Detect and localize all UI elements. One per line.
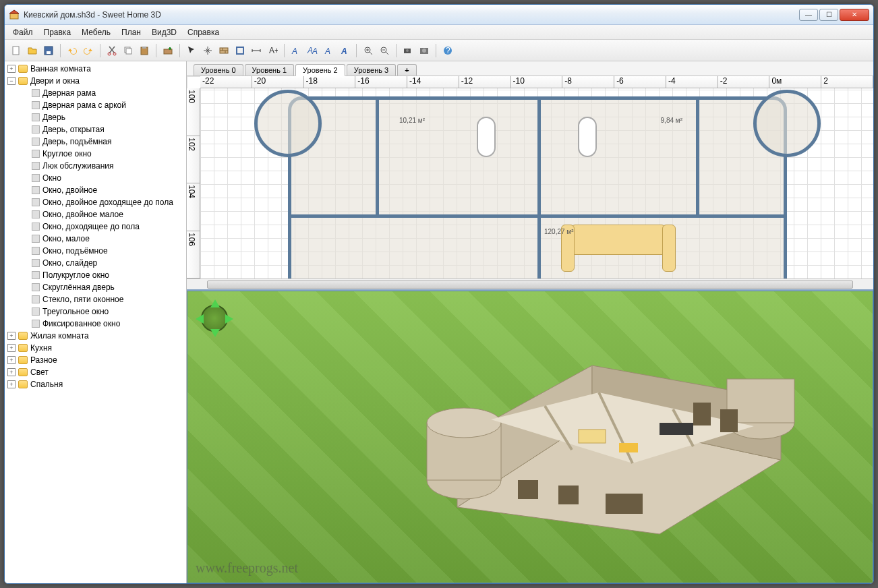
menu-furniture[interactable]: Мебель <box>76 26 116 38</box>
level-tab-add[interactable]: + <box>397 64 416 76</box>
camera-icon[interactable] <box>401 43 415 58</box>
catalog-item[interactable]: Треугольное окно <box>5 305 186 318</box>
catalog-folder[interactable]: +Разное <box>5 354 186 366</box>
furniture-icon <box>32 235 40 243</box>
plan-scrollbar[interactable] <box>187 278 873 289</box>
level-tab-2[interactable]: Уровень 2 <box>295 64 345 76</box>
catalog-item[interactable]: Окно, доходящее до пола <box>5 220 186 233</box>
catalog-item[interactable]: Окно, слайдер <box>5 257 186 269</box>
nav-left-icon[interactable] <box>196 314 204 324</box>
add-furniture-icon[interactable] <box>160 43 175 58</box>
pan-icon[interactable] <box>200 43 215 58</box>
ruler-tick: -4 <box>666 76 718 88</box>
item-label: Полукруглое окно <box>42 270 109 280</box>
nav-down-icon[interactable] <box>210 329 220 337</box>
catalog-item[interactable]: Окно, двойное <box>5 184 186 196</box>
folder-icon <box>18 344 28 352</box>
catalog-item[interactable]: Окно, подъёмное <box>5 245 186 257</box>
close-button[interactable]: ✕ <box>840 9 869 21</box>
text-size-inc-icon[interactable]: A <box>289 43 303 58</box>
furniture-catalog[interactable]: +Ванная комната−Двери и окнаДверная рама… <box>5 61 187 583</box>
minimize-button[interactable]: — <box>799 9 818 21</box>
zoom-in-icon[interactable] <box>361 43 376 58</box>
menu-file[interactable]: Файл <box>7 26 38 38</box>
catalog-item[interactable]: Люк обслуживания <box>5 160 186 172</box>
house-3d <box>376 305 808 548</box>
svg-rect-10 <box>142 47 146 49</box>
text-bold-icon[interactable]: A <box>337 43 352 58</box>
level-tab-3[interactable]: Уровень 3 <box>347 64 397 76</box>
level-tab-1[interactable]: Уровень 1 <box>245 64 295 76</box>
catalog-item[interactable]: Дверь, открытая <box>5 123 186 136</box>
catalog-item[interactable]: Окно, двойное малое <box>5 208 186 220</box>
catalog-item[interactable]: Окно <box>5 172 186 184</box>
furniture-icon <box>32 320 40 328</box>
tree-toggle-icon[interactable]: + <box>7 332 16 340</box>
catalog-folder[interactable]: +Кухня <box>5 342 186 354</box>
tree-toggle-icon[interactable]: + <box>7 65 16 73</box>
tree-toggle-icon[interactable]: + <box>7 344 16 352</box>
tree-toggle-icon[interactable]: + <box>7 368 16 376</box>
toolbar-separator <box>436 44 436 57</box>
floorplan[interactable]: 10,21 м² 120,27 м² 9,84 м² <box>288 96 787 278</box>
catalog-item[interactable]: Скруглённая дверь <box>5 281 186 293</box>
snapshot-icon[interactable] <box>417 43 432 58</box>
text-italic-icon[interactable]: A <box>321 43 336 58</box>
copy-icon[interactable] <box>121 43 136 58</box>
catalog-folder[interactable]: −Двери и окна <box>5 75 186 87</box>
paste-icon[interactable] <box>137 43 152 58</box>
catalog-item[interactable]: Окно, двойное доходящее до пола <box>5 196 186 208</box>
wall-icon[interactable] <box>216 43 231 58</box>
menu-plan[interactable]: План <box>116 26 146 38</box>
view3d-panel[interactable]: www.freeprogs.net <box>187 291 873 583</box>
item-label: Дверь, открытая <box>42 125 105 134</box>
catalog-item[interactable]: Дверная рама <box>5 87 186 99</box>
maximize-button[interactable]: ☐ <box>819 9 838 21</box>
catalog-item[interactable]: Полукруглое окно <box>5 269 186 281</box>
menu-edit[interactable]: Правка <box>38 26 77 38</box>
cut-icon[interactable] <box>105 43 119 58</box>
catalog-item[interactable]: Дверная рама с аркой <box>5 99 186 111</box>
tree-toggle-icon[interactable]: + <box>7 380 16 388</box>
open-icon[interactable] <box>25 43 40 58</box>
help-icon[interactable]: ? <box>440 43 455 58</box>
catalog-item[interactable]: Стекло, пяти оконное <box>5 293 186 305</box>
zoom-out-icon[interactable] <box>377 43 392 58</box>
catalog-folder[interactable]: +Жилая комната <box>5 330 186 342</box>
furniture-icon <box>32 259 40 267</box>
text-icon[interactable]: A+ <box>265 43 280 58</box>
menu-help[interactable]: Справка <box>182 26 225 38</box>
titlebar[interactable]: Киевский дом.sh3d - Sweet Home 3D — ☐ ✕ <box>5 5 873 25</box>
catalog-folder[interactable]: +Ванная комната <box>5 63 186 75</box>
nav-right-icon[interactable] <box>225 314 233 324</box>
dimension-icon[interactable] <box>249 43 264 58</box>
folder-label: Спальня <box>30 380 63 389</box>
plan-canvas[interactable]: -22-20-18-16-14-12-10-8-6-4-20м2 1001021… <box>187 76 873 278</box>
toolbar-separator <box>156 44 156 57</box>
catalog-item[interactable]: Окно, малое <box>5 233 186 245</box>
svg-rect-42 <box>606 494 643 514</box>
nav-up-icon[interactable] <box>210 299 220 307</box>
catalog-item[interactable]: Фиксированное окно <box>5 318 186 330</box>
catalog-item[interactable]: Круглое окно <box>5 148 186 160</box>
text-size-dec-icon[interactable]: AA <box>305 43 320 58</box>
menu-3dview[interactable]: Вид3D <box>146 26 182 38</box>
select-icon[interactable] <box>184 43 199 58</box>
tree-toggle-icon[interactable]: + <box>7 356 16 364</box>
catalog-item[interactable]: Дверь <box>5 111 186 123</box>
nav-compass <box>196 299 233 337</box>
redo-icon[interactable] <box>81 43 96 58</box>
undo-icon[interactable] <box>65 43 80 58</box>
catalog-folder[interactable]: +Спальня <box>5 378 186 390</box>
ruler-tick: -14 <box>407 76 459 88</box>
room-icon[interactable] <box>233 43 247 58</box>
catalog-item[interactable]: Дверь, подъёмная <box>5 136 186 148</box>
level-tab-0[interactable]: Уровень 0 <box>194 64 243 76</box>
new-icon[interactable] <box>9 43 24 58</box>
svg-rect-13 <box>237 47 243 54</box>
tree-toggle-icon[interactable]: − <box>7 77 16 85</box>
svg-rect-2 <box>13 47 19 55</box>
svg-text:A+: A+ <box>269 46 278 55</box>
save-icon[interactable] <box>41 43 56 58</box>
catalog-folder[interactable]: +Свет <box>5 366 186 378</box>
